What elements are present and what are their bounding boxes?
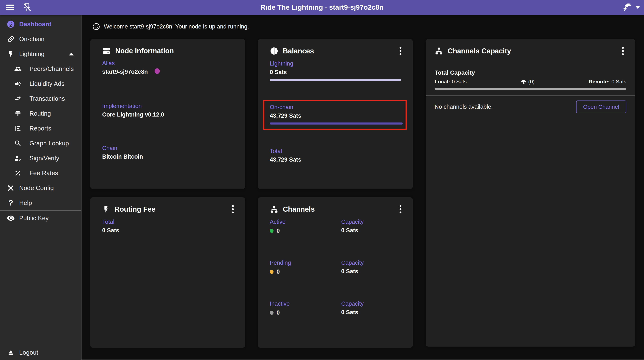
sidebar-item-sign-verify[interactable]: Sign/Verify (0, 151, 81, 166)
hamburger-menu-button[interactable] (5, 2, 15, 13)
sidebar-item-label: Public Key (19, 215, 49, 222)
sidebar-item-peers-channels[interactable]: Peers/Channels (0, 61, 81, 76)
total-capacity-label: Total Capacity (434, 69, 626, 76)
percent-icon (14, 170, 22, 177)
sidebar-item-label: Fee Rates (30, 170, 58, 177)
inactive-capacity-group: Capacity 0 Sats (341, 300, 401, 316)
local-capacity: Local:0 Sats (434, 79, 467, 85)
routing-fee-menu-button[interactable] (229, 205, 237, 214)
sidebar-item-label: Node Config (19, 184, 54, 191)
sidebar-item-liquidity-ads[interactable]: Liquidity Ads (0, 76, 81, 91)
channels-menu-button[interactable] (396, 205, 404, 214)
balance-indicator: (0) (521, 79, 534, 85)
sidebar-item-label: Peers/Channels (30, 65, 74, 72)
sidebar-item-public-key[interactable]: Public Key (0, 211, 81, 226)
bar-chart-icon (14, 125, 22, 132)
pin-off-icon (22, 2, 32, 12)
channels-capacity-menu-button[interactable] (619, 46, 627, 55)
sidebar-item-node-config[interactable]: Node Config (0, 180, 81, 195)
lightning-balance-label: Lightning (270, 60, 401, 67)
active-capacity-group: Capacity 0 Sats (341, 218, 401, 234)
sidebar-item-lightning[interactable]: Lightning (0, 46, 81, 61)
rtl-logo-icon (620, 2, 632, 13)
capacity-label: Capacity (341, 218, 401, 225)
sidebar-item-logout[interactable]: Logout (0, 345, 81, 360)
no-channels-text: No channels available. (434, 104, 493, 110)
remote-capacity: Remote:0 Sats (589, 79, 626, 85)
horizontal-scrollbar-track[interactable] (82, 359, 644, 360)
implementation-value: Core Lightning v0.12.0 (102, 111, 233, 118)
chain-label: Chain (102, 145, 233, 152)
sidebar-item-label: Dashboard (19, 21, 52, 28)
capacity-value: 0 Sats (341, 227, 401, 234)
hub-icon (434, 47, 443, 55)
caret-down-icon (636, 6, 640, 9)
total-balance-label: Total (270, 148, 401, 155)
balances-card: Balances Lightning 0 Sats On-chain 43,72… (258, 39, 413, 189)
remote-value: 0 Sats (612, 79, 626, 85)
topbar: Ride The Lightning - start9-sj97o2c8n (0, 0, 644, 15)
sidebar-item-label: Liquidity Ads (30, 80, 64, 87)
sidebar-item-label: Lightning (19, 50, 44, 57)
total-balance-value: 43,729 Sats (270, 156, 401, 164)
server-icon (102, 46, 111, 55)
sidebar-item-graph-lookup[interactable]: Graph Lookup (0, 136, 81, 151)
node-information-card: Node Information Alias start9-sj97o2c8n … (90, 39, 245, 189)
sidebar-item-dashboard[interactable]: Dashboard (0, 17, 81, 32)
node-color-dot (154, 68, 160, 74)
sidebar-item-label: Help (19, 199, 32, 206)
routing-total-label: Total (102, 218, 233, 225)
sidebar-item-help[interactable]: ? Help (0, 195, 81, 210)
sidebar-item-routing[interactable]: Routing (0, 106, 81, 121)
chain-value: Bitcoin Bitcoin (102, 153, 233, 161)
onchain-balance-label: On-chain (270, 104, 403, 111)
eye-icon (7, 214, 15, 222)
unpin-sidebar-button[interactable] (22, 2, 32, 13)
active-status-dot (270, 229, 274, 233)
local-value: 0 Sats (452, 79, 466, 85)
implementation-label: Implementation (102, 103, 233, 109)
bolt-icon (102, 205, 110, 213)
sidebar-item-reports[interactable]: Reports (0, 121, 81, 136)
page-title: Ride The Lightning - start9-sj97o2c8n (260, 3, 384, 11)
tools-icon (7, 184, 15, 192)
sidebar-item-fee-rates[interactable]: Fee Rates (0, 166, 81, 180)
capacity-label: Capacity (341, 259, 401, 266)
main-content: Welcome start9-sj97o2c8n! Your node is u… (82, 15, 644, 360)
alias-label: Alias (102, 60, 233, 67)
routing-total-value: 0 Sats (102, 227, 233, 234)
smiley-icon (92, 23, 100, 30)
sidebar-item-label: Transactions (30, 95, 65, 102)
group-icon (14, 65, 22, 73)
sidebar-item-transactions[interactable]: Transactions (0, 91, 81, 106)
channels-card: Channels Active 0 Capacity 0 Sats Pendin… (258, 197, 413, 348)
active-label: Active (270, 218, 341, 225)
lightning-balance-value: 0 Sats (270, 68, 401, 76)
card-title: Routing Fee (114, 205, 156, 213)
open-channel-button[interactable]: Open Channel (576, 101, 626, 113)
pending-label: Pending (270, 259, 341, 266)
inactive-label: Inactive (270, 300, 341, 307)
capacity-value: 0 Sats (341, 309, 401, 316)
account-menu[interactable] (620, 2, 644, 13)
inactive-count: 0 (276, 309, 280, 316)
alias-value: start9-sj97o2c8n (102, 68, 148, 76)
active-channels-group: Active 0 (270, 218, 341, 234)
search-icon (14, 140, 22, 147)
lightning-balance-bar (270, 79, 401, 81)
sidebar-item-label: On-chain (19, 35, 44, 43)
sidebar-item-label: Routing (30, 110, 51, 117)
pending-status-dot (270, 270, 274, 274)
swap-icon (14, 95, 22, 102)
person-check-icon (14, 155, 22, 162)
hub-icon (270, 205, 278, 213)
sidebar-item-label: Sign/Verify (30, 155, 59, 162)
pending-count: 0 (276, 268, 280, 275)
scale-icon (521, 79, 526, 85)
balances-menu-button[interactable] (396, 46, 404, 55)
sidebar-item-label: Logout (19, 349, 38, 356)
sidebar-item-on-chain[interactable]: On-chain (0, 32, 81, 46)
capacity-label: Capacity (341, 300, 401, 307)
total-capacity-bar (434, 88, 626, 90)
card-title: Node Information (115, 47, 174, 55)
